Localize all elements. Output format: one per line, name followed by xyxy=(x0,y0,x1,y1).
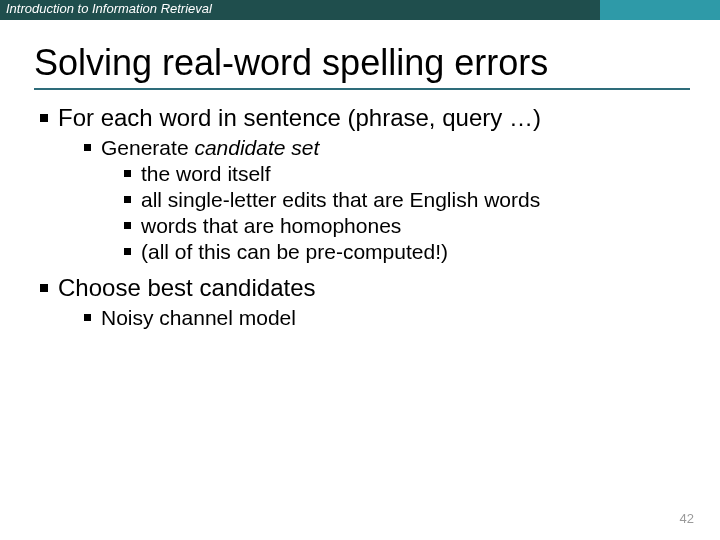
bullet-l3: words that are homophones xyxy=(124,214,720,238)
bullet-list: For each word in sentence (phrase, query… xyxy=(40,104,720,330)
bullet-text: all single-letter edits that are English… xyxy=(141,188,540,211)
bullet-text: Choose best candidates xyxy=(58,274,316,301)
bullet-text: Generate candidate set xyxy=(101,136,319,159)
bullet-icon xyxy=(84,144,91,151)
header-text: Introduction to Information Retrieval xyxy=(6,1,212,16)
bullet-l3: the word itself xyxy=(124,162,720,186)
bullet-l1: Choose best candidates Noisy channel mod… xyxy=(40,274,720,330)
bullet-icon xyxy=(124,222,131,229)
bullet-icon xyxy=(124,248,131,255)
bullet-l3: (all of this can be pre-computed!) xyxy=(124,240,720,264)
bullet-icon xyxy=(40,284,48,292)
bullet-l2: Generate candidate set the word itself a… xyxy=(84,136,720,264)
bullet-l3: all single-letter edits that are English… xyxy=(124,188,720,212)
bullet-icon xyxy=(124,170,131,177)
title-rule xyxy=(34,88,690,90)
bullet-l1: For each word in sentence (phrase, query… xyxy=(40,104,720,264)
slide-title: Solving real-word spelling errors xyxy=(34,42,720,84)
header-bar: Introduction to Information Retrieval xyxy=(0,0,720,20)
bullet-text: the word itself xyxy=(141,162,271,185)
header-accent xyxy=(600,0,720,20)
bullet-text: words that are homophones xyxy=(141,214,401,237)
bullet-icon xyxy=(84,314,91,321)
slide-number: 42 xyxy=(680,511,694,526)
bullet-icon xyxy=(124,196,131,203)
bullet-text: For each word in sentence (phrase, query… xyxy=(58,104,541,131)
bullet-l2: Noisy channel model xyxy=(84,306,720,330)
bullet-text: Noisy channel model xyxy=(101,306,296,329)
bullet-icon xyxy=(40,114,48,122)
bullet-text: (all of this can be pre-computed!) xyxy=(141,240,448,263)
